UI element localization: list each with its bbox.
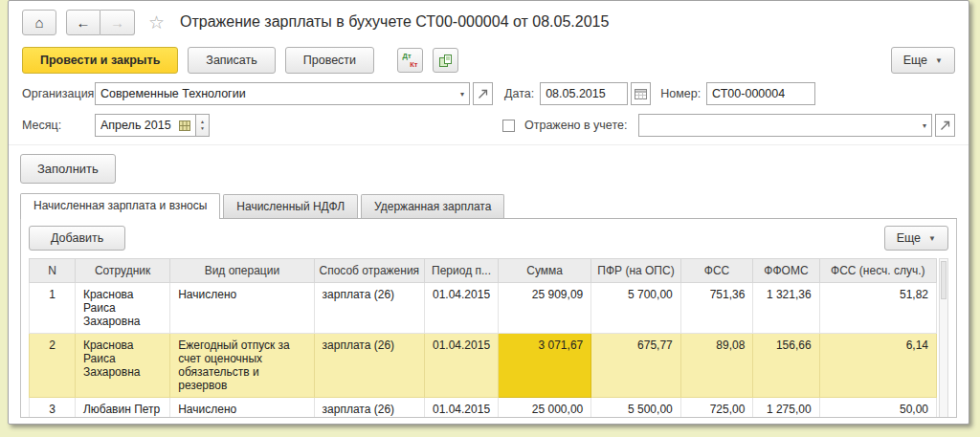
- cell-fss[interactable]: 751,36: [680, 283, 753, 334]
- cell-sum[interactable]: 25 909,09: [499, 283, 591, 334]
- col-fss-accident[interactable]: ФСС (несч. случ.): [819, 259, 936, 283]
- col-pfr[interactable]: ПФР (на ОПС): [591, 259, 681, 283]
- month-value: Апрель 2015: [100, 119, 171, 132]
- cell-ffoms[interactable]: 1 321,36: [753, 283, 819, 334]
- cell-operation[interactable]: Начислено: [170, 398, 314, 419]
- month-label: Месяц:: [22, 119, 95, 132]
- related-documents-icon: [438, 54, 453, 68]
- cell-pfr[interactable]: 5 700,00: [591, 283, 681, 334]
- tab-accrued-ndfl[interactable]: Начисленный НДФЛ: [223, 194, 358, 218]
- spin-up-icon: ▲: [200, 119, 205, 125]
- tab-panel: Добавить Еще ▼ N Сотрудни: [20, 219, 957, 418]
- calendar-icon: [635, 88, 647, 99]
- document-window: ⌂ ← → ☆ Отражение зарплаты в бухучете СТ…: [8, 0, 969, 425]
- history-nav: ← →: [66, 10, 135, 35]
- add-row-button[interactable]: Добавить: [29, 226, 125, 251]
- payroll-table: N Сотрудник Вид операции Способ отражени…: [29, 258, 937, 418]
- post-and-close-button[interactable]: Провести и закрыть: [22, 47, 178, 74]
- desktop-background: ⌂ ← → ☆ Отражение зарплаты в бухучете СТ…: [0, 0, 980, 437]
- month-field[interactable]: Апрель 2015: [95, 114, 196, 137]
- col-employee[interactable]: Сотрудник: [75, 259, 169, 283]
- date-value: 08.05.2015: [546, 87, 606, 100]
- cell-n[interactable]: 1: [30, 283, 76, 334]
- home-button[interactable]: ⌂: [22, 10, 56, 35]
- favorite-star-icon[interactable]: ☆: [148, 11, 165, 33]
- reflected-checkbox[interactable]: [502, 120, 515, 132]
- back-button[interactable]: ←: [66, 10, 100, 35]
- cell-sum-active[interactable]: 3 071,67: [499, 334, 591, 398]
- more-button-top[interactable]: Еще ▼: [891, 47, 955, 74]
- cell-fss[interactable]: 89,08: [680, 334, 753, 398]
- cell-employee[interactable]: Любавин Петр Петрович: [75, 398, 169, 419]
- month-picker-icon[interactable]: [179, 120, 190, 131]
- organization-label: Организация:: [22, 87, 95, 100]
- cell-fss-accident[interactable]: 50,00: [819, 398, 936, 419]
- cell-fss-accident[interactable]: 51,82: [819, 283, 936, 334]
- grid-area: N Сотрудник Вид операции Способ отражени…: [29, 258, 948, 418]
- cell-method[interactable]: зарплата (26): [314, 334, 424, 398]
- more-label: Еще: [903, 54, 927, 67]
- form-row-2: Месяц: Апрель 2015 ▲ ▼ Отражено в учете:: [22, 113, 955, 138]
- col-fss[interactable]: ФСС: [680, 259, 753, 283]
- organization-open-button[interactable]: [473, 82, 493, 105]
- col-ffoms[interactable]: ФФОМС: [753, 259, 819, 283]
- cell-employee[interactable]: Краснова Раиса Захаровна: [75, 334, 169, 398]
- cell-pfr[interactable]: 675,77: [591, 334, 681, 398]
- col-sum[interactable]: Сумма: [499, 259, 591, 283]
- number-label: Номер:: [660, 87, 701, 100]
- open-link-icon: [478, 89, 488, 99]
- cell-method[interactable]: зарплата (26): [314, 283, 424, 334]
- month-stepper[interactable]: ▲ ▼: [196, 114, 210, 137]
- more-button-grid[interactable]: Еще ▼: [884, 226, 948, 251]
- cell-ffoms[interactable]: 1 275,00: [753, 398, 819, 419]
- cell-employee[interactable]: Краснова Раиса Захаровна: [75, 283, 169, 334]
- tab-strip: Начисленная зарплата и взносы Начисленны…: [20, 193, 957, 219]
- grid-toolbar: Добавить Еще ▼: [21, 219, 956, 256]
- debit-credit-icon: ДтКт: [403, 53, 418, 68]
- cell-pfr[interactable]: 5 500,00: [591, 398, 681, 419]
- related-documents-button[interactable]: [433, 48, 458, 73]
- cell-ffoms[interactable]: 156,66: [753, 334, 819, 398]
- chevron-down-icon[interactable]: ▾: [918, 121, 926, 130]
- cell-fss-accident[interactable]: 6,14: [819, 334, 936, 398]
- reflected-field[interactable]: ▾: [638, 114, 932, 137]
- spin-down-icon: ▼: [200, 125, 205, 132]
- forward-button[interactable]: →: [100, 10, 135, 35]
- organization-value: Современные Технологии: [100, 87, 246, 100]
- number-value: СТ00-000004: [712, 87, 785, 100]
- cell-n[interactable]: 2: [30, 334, 76, 398]
- save-button[interactable]: Записать: [188, 47, 275, 74]
- form-row-1: Организация: Современные Технологии ▾ Да…: [22, 81, 955, 106]
- col-operation[interactable]: Вид операции: [170, 259, 314, 283]
- number-field[interactable]: СТ00-000004: [706, 82, 815, 105]
- cell-sum[interactable]: 25 000,00: [499, 398, 591, 419]
- cell-n[interactable]: 3: [30, 398, 76, 419]
- cell-period[interactable]: 01.04.2015: [425, 398, 499, 419]
- cell-method[interactable]: зарплата (26): [314, 398, 424, 419]
- col-method[interactable]: Способ отражения: [314, 259, 424, 283]
- date-field[interactable]: 08.05.2015: [540, 82, 628, 105]
- date-calendar-button[interactable]: [631, 82, 651, 105]
- cell-period[interactable]: 01.04.2015: [425, 283, 499, 334]
- more-label: Еще: [897, 231, 921, 245]
- cell-period[interactable]: 01.04.2015: [425, 334, 499, 398]
- reflected-open-button[interactable]: [935, 114, 955, 137]
- home-icon: ⌂: [34, 14, 43, 31]
- scrollbar-thumb[interactable]: [941, 261, 947, 299]
- chevron-down-icon[interactable]: ▾: [456, 90, 464, 98]
- table-row: 3 Любавин Петр Петрович Начислено зарпла…: [30, 398, 937, 419]
- tab-accrued-salary-contributions[interactable]: Начисленная зарплата и взносы: [20, 193, 220, 219]
- col-n[interactable]: N: [30, 259, 76, 283]
- cell-fss[interactable]: 725,00: [680, 398, 753, 419]
- tab-withheld-salary[interactable]: Удержанная зарплата: [361, 194, 504, 218]
- cell-operation[interactable]: Начислено: [170, 283, 314, 334]
- fill-button[interactable]: Заполнить: [20, 154, 116, 184]
- vertical-scrollbar[interactable]: [939, 258, 948, 418]
- organization-field[interactable]: Современные Технологии ▾: [95, 82, 470, 105]
- date-label: Дата:: [504, 87, 534, 100]
- show-postings-button[interactable]: ДтКт: [397, 48, 423, 73]
- chevron-down-icon: ▼: [928, 234, 936, 243]
- col-period[interactable]: Период п...: [425, 259, 499, 283]
- post-button[interactable]: Провести: [285, 47, 374, 74]
- cell-operation[interactable]: Ежегодный отпуск за счет оценочных обяза…: [170, 334, 314, 398]
